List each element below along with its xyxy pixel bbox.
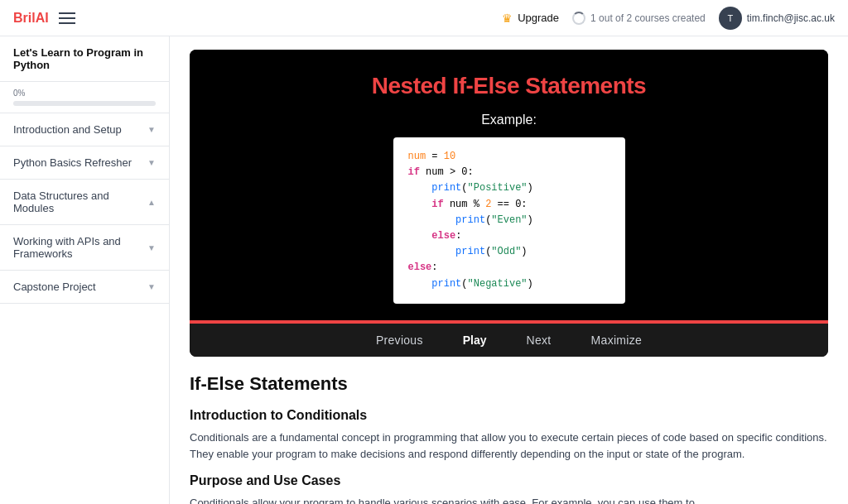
sidebar-item-apis-label: Working with APIs and Frameworks <box>13 235 147 260</box>
code-line-4: if num % 2 == 0: <box>408 197 610 213</box>
hamburger-line-1 <box>59 12 75 14</box>
sidebar-section-capstone: Capstone Project ▼ <box>0 271 169 304</box>
avatar: T <box>719 7 742 30</box>
chevron-down-icon: ▼ <box>147 243 156 252</box>
hamburger-line-3 <box>59 22 75 24</box>
sidebar-item-capstone-label: Capstone Project <box>13 281 96 293</box>
user-email: tim.finch@jisc.ac.uk <box>747 12 835 24</box>
top-bar: BrilAI ♛ Upgrade 1 out of 2 courses crea… <box>0 0 848 36</box>
user-area: T tim.finch@jisc.ac.uk <box>719 7 835 30</box>
sidebar-item-data-label: Data Structures and Modules <box>13 190 147 214</box>
code-line-1: num = 10 <box>408 149 610 165</box>
code-line-2: if num > 0: <box>408 165 610 180</box>
play-button[interactable]: Play <box>463 334 487 347</box>
progress-spinner <box>572 12 585 25</box>
hamburger-menu[interactable] <box>59 12 75 24</box>
main-content: Nested If-Else Statements Example: num =… <box>170 36 848 504</box>
sidebar-item-capstone[interactable]: Capstone Project ▼ <box>0 271 169 303</box>
progress-label: 0% <box>13 89 156 98</box>
section2-body: Conditionals allow your program to handl… <box>190 495 828 504</box>
sidebar: Let's Learn to Program in Python 0% Intr… <box>0 36 170 504</box>
chevron-down-icon: ▼ <box>147 282 156 291</box>
video-controls: Previous Play Next Maximize <box>190 324 828 357</box>
chevron-up-icon: ▲ <box>147 198 156 207</box>
sidebar-section-intro: Introduction and Setup ▼ <box>0 113 169 146</box>
sidebar-item-intro[interactable]: Introduction and Setup ▼ <box>0 113 169 146</box>
progress-bar-bg <box>13 101 156 106</box>
crown-icon: ♛ <box>502 12 513 25</box>
upgrade-label: Upgrade <box>518 12 559 24</box>
sidebar-item-intro-label: Introduction and Setup <box>13 123 122 136</box>
video-screen: Nested If-Else Statements Example: num =… <box>190 50 828 320</box>
code-line-6: else: <box>408 228 610 244</box>
top-bar-left: BrilAI <box>13 11 75 26</box>
video-title: Nested If-Else Statements <box>372 73 646 99</box>
section1-body: Conditionals are a fundamental concept i… <box>190 430 828 464</box>
progress-bar-container: 0% <box>0 82 169 113</box>
video-player: Nested If-Else Statements Example: num =… <box>190 50 828 357</box>
main-layout: Let's Learn to Program in Python 0% Intr… <box>0 36 848 504</box>
page-title: If-Else Statements <box>190 373 828 395</box>
sidebar-title: Let's Learn to Program in Python <box>0 36 169 82</box>
section2-title: Purpose and Use Cases <box>190 473 828 488</box>
sidebar-item-apis[interactable]: Working with APIs and Frameworks ▼ <box>0 225 169 270</box>
section1-title: Introduction to Conditionals <box>190 408 828 423</box>
sidebar-item-data[interactable]: Data Structures and Modules ▲ <box>0 180 169 224</box>
code-block: num = 10 if num > 0: print("Positive") i… <box>393 137 625 304</box>
chevron-down-icon: ▼ <box>147 125 156 134</box>
logo-ai: AI <box>36 11 49 25</box>
chevron-down-icon: ▼ <box>147 158 156 167</box>
top-bar-right: ♛ Upgrade 1 out of 2 courses created T t… <box>502 7 835 30</box>
sidebar-item-basics-label: Python Basics Refresher <box>13 156 132 169</box>
code-line-8: else: <box>408 260 610 276</box>
code-line-9: print("Negative") <box>408 276 610 292</box>
progress-text: 1 out of 2 courses created <box>590 12 706 24</box>
logo-bril: Bril <box>13 11 36 25</box>
code-line-7: print("Odd") <box>408 244 610 260</box>
hamburger-line-2 <box>59 17 75 19</box>
code-line-5: print("Even") <box>408 213 610 228</box>
upgrade-button[interactable]: ♛ Upgrade <box>502 12 559 25</box>
next-button[interactable]: Next <box>527 334 552 347</box>
sidebar-item-basics[interactable]: Python Basics Refresher ▼ <box>0 146 169 179</box>
sidebar-section-data: Data Structures and Modules ▲ <box>0 180 169 225</box>
video-example-label: Example: <box>481 113 537 127</box>
code-line-3: print("Positive") <box>408 180 610 196</box>
course-progress: 1 out of 2 courses created <box>572 12 706 25</box>
sidebar-section-apis: Working with APIs and Frameworks ▼ <box>0 225 169 271</box>
previous-button[interactable]: Previous <box>376 334 423 347</box>
maximize-button[interactable]: Maximize <box>591 334 643 347</box>
logo: BrilAI <box>13 11 49 26</box>
sidebar-section-basics: Python Basics Refresher ▼ <box>0 146 169 180</box>
